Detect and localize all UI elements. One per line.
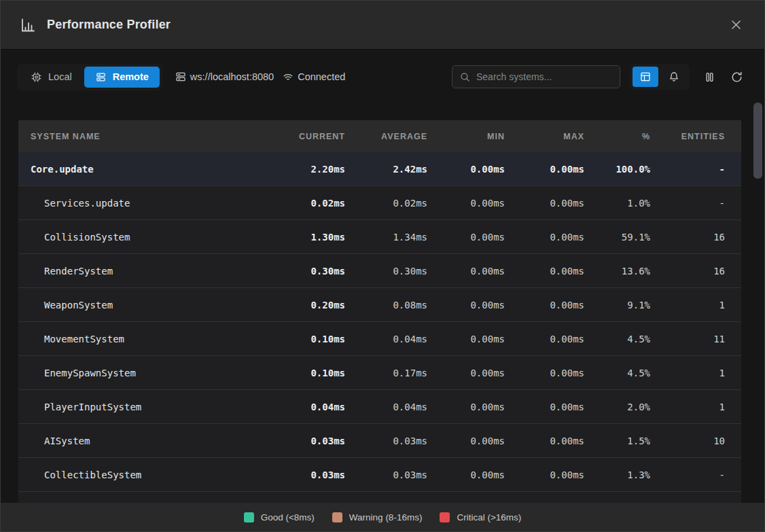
table-row[interactable]: CollisionSystem 1.30ms 1.34ms 0.00ms 0.0…	[18, 220, 741, 254]
cell-average: 0.02ms	[345, 198, 427, 209]
cell-max: 0.00ms	[505, 402, 584, 412]
cell-min: 0.00ms	[427, 266, 505, 277]
cell-max: 0.00ms	[505, 368, 584, 378]
cell-max: 0.00ms	[505, 300, 584, 311]
cell-average: 0.03ms	[345, 469, 427, 480]
connection-status: Connected	[282, 71, 345, 83]
table-row[interactable]: WeaponSystem 0.20ms 0.08ms 0.00ms 0.00ms…	[18, 288, 741, 322]
col-current[interactable]: CURRENT	[265, 132, 345, 141]
refresh-icon	[730, 71, 743, 84]
cell-system-name: Services.update	[31, 198, 265, 209]
systems-table: SYSTEM NAME CURRENT AVERAGE MIN MAX % EN…	[18, 120, 741, 503]
cell-max: 0.00ms	[505, 232, 584, 243]
cell-system-name: Core.update	[31, 164, 265, 175]
cell-current: 0.03ms	[265, 469, 345, 480]
performance-profiler-window: Performance Profiler Local	[0, 0, 765, 532]
cell-average: 0.04ms	[345, 402, 427, 412]
col-min[interactable]: MIN	[427, 132, 505, 141]
table-row[interactable]: PlayerInputSystem 0.04ms 0.04ms 0.00ms 0…	[18, 390, 741, 424]
cell-max: 0.00ms	[505, 198, 584, 209]
cell-current: 0.30ms	[265, 266, 345, 277]
cell-percent: 1.0%	[584, 198, 650, 209]
legend-swatch	[332, 512, 342, 522]
local-button-label: Local	[48, 71, 72, 82]
cell-system-name: WeaponSystem	[31, 300, 265, 311]
col-entities[interactable]: ENTITIES	[650, 132, 725, 141]
pause-button[interactable]	[698, 65, 721, 88]
alerts-button[interactable]	[661, 67, 687, 87]
col-percent[interactable]: %	[584, 132, 650, 141]
legend-label: Critical (>16ms)	[457, 512, 521, 522]
cell-system-name: MovementSystem	[31, 334, 265, 344]
cell-system-name: PlayerInputSystem	[31, 402, 265, 412]
page-title: Performance Profiler	[47, 18, 171, 32]
table-row[interactable]: Core.update 2.20ms 2.42ms 0.00ms 0.00ms …	[18, 152, 741, 186]
cell-current: 1.30ms	[265, 232, 345, 243]
table-view-button[interactable]	[633, 67, 658, 87]
cell-percent: 59.1%	[584, 232, 650, 243]
cell-percent: 4.5%	[584, 334, 650, 344]
connection-status-text: Connected	[298, 71, 345, 82]
bell-icon	[668, 71, 680, 83]
cell-entities: 11	[650, 334, 725, 344]
search-input[interactable]	[476, 71, 613, 82]
window-header: Performance Profiler	[1, 1, 764, 50]
cell-min: 0.00ms	[427, 402, 505, 412]
cell-percent: 1.3%	[584, 469, 650, 480]
close-icon[interactable]	[727, 16, 745, 34]
cell-current: 0.10ms	[265, 334, 345, 344]
toolbar: Local Remote	[17, 62, 748, 92]
legend-item: Critical (>16ms)	[440, 512, 521, 522]
wifi-icon	[282, 71, 294, 83]
connection-url-text: ws://localhost:8080	[190, 71, 274, 82]
remote-button[interactable]: Remote	[84, 67, 160, 88]
table-row[interactable]: MovementSystem 0.10ms 0.04ms 0.00ms 0.00…	[18, 322, 741, 356]
cell-system-name: RenderSystem	[31, 266, 265, 277]
cell-min: 0.00ms	[427, 436, 505, 446]
table-row[interactable]: Services.update 0.02ms 0.02ms 0.00ms 0.0…	[18, 186, 741, 220]
bar-chart-icon	[20, 17, 36, 33]
col-max[interactable]: MAX	[505, 132, 584, 141]
cell-average: 0.03ms	[345, 436, 427, 446]
local-button[interactable]: Local	[20, 67, 83, 88]
cell-entities: -	[650, 164, 725, 175]
view-toggle-group	[630, 64, 690, 90]
cell-min: 0.00ms	[427, 469, 505, 480]
cell-percent: 1.5%	[584, 436, 650, 446]
col-average[interactable]: AVERAGE	[345, 132, 427, 141]
cell-system-name: CollectibleSystem	[31, 469, 265, 480]
cell-current: 2.20ms	[265, 164, 345, 175]
search-icon	[459, 71, 471, 83]
cell-entities: -	[650, 469, 725, 480]
cell-current: 0.10ms	[265, 368, 345, 378]
vertical-scrollbar[interactable]	[753, 101, 762, 500]
cell-min: 0.00ms	[427, 300, 505, 311]
source-toggle-group: Local Remote	[17, 64, 162, 90]
table-row[interactable]: RenderSystem 0.30ms 0.30ms 0.00ms 0.00ms…	[18, 254, 741, 288]
table-row[interactable]: CollectibleSystem 0.03ms 0.03ms 0.00ms 0…	[18, 458, 741, 492]
cell-current: 0.04ms	[265, 402, 345, 412]
table-row[interactable]: EnemySpawnSystem 0.10ms 0.17ms 0.00ms 0.…	[18, 356, 741, 390]
cell-entities: -	[650, 198, 725, 209]
cell-max: 0.00ms	[505, 164, 584, 175]
connection-url: ws://localhost:8080	[175, 71, 274, 83]
table-body: Core.update 2.20ms 2.42ms 0.00ms 0.00ms …	[18, 152, 741, 492]
cell-max: 0.00ms	[505, 266, 584, 277]
refresh-button[interactable]	[725, 65, 748, 88]
cell-entities: 16	[650, 232, 725, 243]
cell-current: 0.20ms	[265, 300, 345, 311]
legend-swatch	[244, 512, 254, 522]
cell-average: 1.34ms	[345, 232, 427, 243]
cell-max: 0.00ms	[505, 334, 584, 344]
cell-min: 0.00ms	[427, 368, 505, 378]
table-row[interactable]: AISystem 0.03ms 0.03ms 0.00ms 0.00ms 1.5…	[18, 424, 741, 458]
col-system-name[interactable]: SYSTEM NAME	[31, 132, 265, 141]
cell-entities: 1	[650, 402, 725, 412]
cell-system-name: AISystem	[31, 436, 265, 446]
scrollbar-thumb[interactable]	[753, 103, 762, 179]
legend-item: Good (<8ms)	[244, 512, 315, 522]
cpu-icon	[31, 71, 42, 83]
cell-entities: 1	[650, 300, 725, 311]
cell-average: 0.17ms	[345, 368, 427, 378]
search-box	[452, 65, 620, 88]
